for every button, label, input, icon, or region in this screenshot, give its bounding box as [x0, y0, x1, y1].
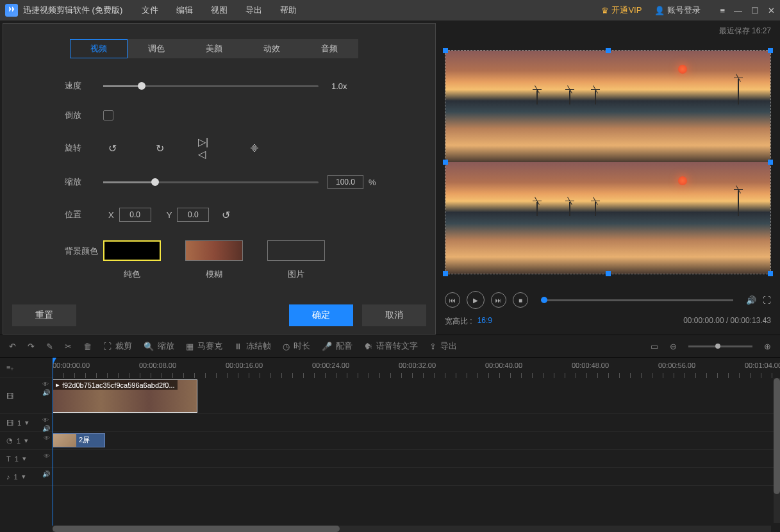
close-icon[interactable]: ✕	[768, 6, 775, 15]
effect-track-header[interactable]: ◔ 1 ▾👁	[0, 432, 53, 450]
bg-picture-swatch[interactable]	[267, 240, 325, 261]
login-button[interactable]: 👤 账号登录	[654, 4, 701, 16]
flip-vertical-icon[interactable]	[245, 139, 263, 157]
ruler-tick: 00:00:32.00	[399, 362, 436, 369]
overlay-track-header[interactable]: 🎞 1 ▾👁🔊	[0, 414, 53, 432]
effect-clip[interactable]: 2屏	[53, 433, 105, 447]
next-frame-icon[interactable]: ⏭	[491, 292, 506, 308]
ruler-tick: 00:00:48.00	[572, 362, 609, 369]
text-track-lane[interactable]	[53, 450, 780, 468]
duration-tool[interactable]: ◷时长	[283, 340, 310, 352]
ruler-tick: 00:00:56.00	[658, 362, 695, 369]
playback-progress[interactable]	[541, 299, 733, 301]
horizontal-scrollbar[interactable]	[53, 526, 771, 532]
freeze-tool[interactable]: ⏸冻结帧	[234, 340, 271, 352]
volume-icon[interactable]: 🔊	[746, 295, 756, 305]
position-label: 位置	[65, 209, 103, 220]
ruler-tick: 00:00:00.00	[53, 362, 90, 369]
play-icon[interactable]: ▶	[467, 291, 485, 309]
redo-icon[interactable]: ↷	[28, 342, 35, 351]
tab-beauty[interactable]: 美颜	[185, 39, 243, 58]
add-track-button[interactable]: ≡₊	[0, 358, 53, 378]
pos-y-input[interactable]	[177, 208, 209, 222]
ruler-tick: 00:00:08.00	[139, 362, 176, 369]
menu-edit[interactable]: 编辑	[176, 4, 193, 16]
menu-help[interactable]: 帮助	[280, 4, 297, 16]
video-clip[interactable]: ▸f92d0b751ac35cf9ca596a6abd2f0...	[53, 379, 197, 413]
menu-view[interactable]: 视图	[211, 4, 228, 16]
mic-icon: 🎤	[322, 342, 332, 351]
preview-canvas[interactable]	[445, 50, 771, 274]
tab-audio[interactable]: 音频	[301, 39, 358, 58]
scale-input[interactable]	[328, 175, 363, 189]
menu-export[interactable]: 导出	[245, 4, 262, 16]
vip-label: 开通VIP	[611, 4, 642, 16]
audio-track-header[interactable]: ♪ 1 ▾🔊	[0, 468, 53, 486]
track-headers: ≡₊ 🎞👁🔊 🎞 1 ▾👁🔊 ◔ 1 ▾👁 T 1 ▾👁 ♪ 1 ▾🔊	[0, 358, 53, 531]
clock-icon: ◷	[283, 342, 290, 351]
crop-icon: ⛶	[103, 342, 112, 351]
speed-label: 速度	[65, 80, 103, 92]
audio-track-lane[interactable]	[53, 468, 780, 486]
cut-icon[interactable]: ✂	[65, 342, 72, 351]
undo-icon[interactable]: ↶	[9, 342, 16, 351]
fit-icon[interactable]: ▭	[651, 342, 658, 351]
ruler-tick: 00:00:16.00	[226, 362, 263, 369]
maximize-icon[interactable]: ☐	[751, 6, 759, 15]
clip-name: f92d0b751ac35cf9ca596a6abd2f0...	[62, 381, 175, 389]
ruler-tick: 00:01:04.00	[745, 362, 780, 369]
zoom-out-icon[interactable]: ⊖	[670, 342, 677, 351]
reset-position-icon[interactable]: ↺	[218, 207, 233, 222]
mosaic-tool[interactable]: ▦马赛克	[186, 340, 222, 352]
time-ruler[interactable]: 00:00:00.00 00:00:08.00 00:00:16.00 00:0…	[53, 358, 780, 378]
reverse-checkbox[interactable]	[103, 110, 113, 121]
fullscreen-icon[interactable]: ⛶	[763, 295, 771, 305]
video-track-lane[interactable]: ▸f92d0b751ac35cf9ca596a6abd2f0...	[53, 378, 780, 414]
properties-panel: 视频 调色 美颜 动效 音频 速度 1.0x 倒放 旋转 ↺ ↻ ▷|◁	[3, 23, 436, 335]
bg-solid-swatch[interactable]	[103, 240, 161, 261]
scale-slider[interactable]	[103, 181, 319, 183]
zoom-slider[interactable]	[688, 345, 752, 347]
rotate-ccw-icon[interactable]: ↺	[103, 139, 121, 157]
stop-icon[interactable]: ■	[513, 292, 528, 308]
user-icon: 👤	[654, 6, 665, 15]
video-track-header[interactable]: 🎞👁🔊	[0, 378, 53, 414]
edit-icon[interactable]: ✎	[46, 342, 53, 351]
crop-tool[interactable]: ⛶裁剪	[103, 340, 132, 352]
ok-button[interactable]: 确定	[289, 304, 353, 326]
rotate-cw-icon[interactable]: ↻	[151, 139, 169, 157]
ratio-value[interactable]: 16:9	[477, 316, 492, 327]
menu-icon[interactable]: ≡	[720, 6, 725, 15]
timeline-toolbar: ↶ ↷ ✎ ✂ 🗑 ⛶裁剪 🔍缩放 ▦马赛克 ⏸冻结帧 ◷时长 🎤配音 🗣语音转…	[0, 335, 780, 358]
preview-upper	[445, 51, 770, 162]
text-track-header[interactable]: T 1 ▾👁	[0, 450, 53, 468]
voiceover-tool[interactable]: 🎤配音	[322, 340, 353, 352]
zoom-tool[interactable]: 🔍缩放	[144, 340, 174, 352]
vip-button[interactable]: ♛ 开通VIP	[601, 4, 642, 16]
zoom-in-icon[interactable]: ⊕	[764, 342, 771, 351]
time-display: 00:00:00.00 / 00:00:13.43	[683, 316, 771, 327]
overlay-track-lane[interactable]	[53, 414, 780, 432]
bg-blur-swatch[interactable]	[185, 240, 243, 261]
flip-horizontal-icon[interactable]: ▷|◁	[198, 139, 216, 157]
effect-track-lane[interactable]: 2屏	[53, 432, 780, 450]
prev-frame-icon[interactable]: ⏮	[445, 292, 460, 308]
menu-file[interactable]: 文件	[142, 4, 158, 16]
minimize-icon[interactable]: ―	[734, 6, 742, 15]
tab-color[interactable]: 调色	[128, 39, 185, 58]
speed-slider[interactable]	[103, 85, 319, 87]
app-logo-icon	[5, 4, 18, 17]
delete-icon[interactable]: 🗑	[83, 342, 92, 351]
vertical-scrollbar[interactable]	[774, 378, 780, 523]
bg-picture-label: 图片	[288, 269, 304, 280]
property-tabs: 视频 调色 美颜 动效 音频	[70, 39, 435, 58]
tracks-area[interactable]: 00:00:00.00 00:00:08.00 00:00:16.00 00:0…	[53, 358, 780, 531]
speech-to-text-tool[interactable]: 🗣语音转文字	[364, 340, 418, 352]
cancel-button[interactable]: 取消	[362, 304, 426, 326]
tab-video[interactable]: 视频	[70, 39, 128, 58]
reset-button[interactable]: 重置	[12, 304, 76, 326]
tab-motion[interactable]: 动效	[243, 39, 301, 58]
export-tool[interactable]: ⇪导出	[429, 340, 457, 352]
pos-x-input[interactable]	[119, 208, 151, 222]
playhead[interactable]	[53, 358, 53, 531]
